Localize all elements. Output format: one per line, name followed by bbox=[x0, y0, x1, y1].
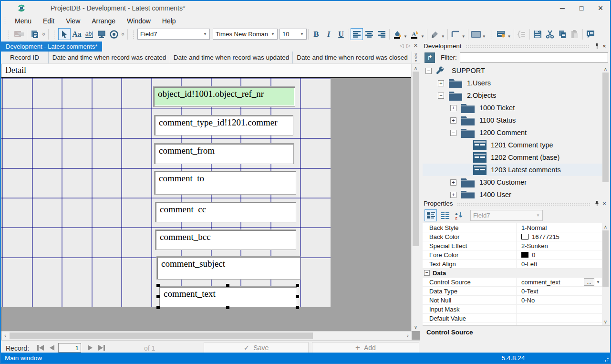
tree-item-1000-ticket[interactable]: +1000 Ticket bbox=[423, 102, 603, 114]
chevron-down-icon[interactable]: ▼ bbox=[421, 34, 425, 39]
property-value[interactable]: 1-Normal bbox=[516, 223, 603, 232]
expand-icon[interactable]: + bbox=[450, 179, 456, 186]
column-header-date-and-time-when-record-was-created[interactable]: Date and time when record was created bbox=[49, 52, 170, 63]
property-row-fore-color[interactable]: Fore Color0 bbox=[423, 250, 603, 260]
selection-handle[interactable] bbox=[296, 306, 299, 309]
toolbar-grip[interactable] bbox=[4, 17, 6, 25]
tree-item-1201-comment-type[interactable]: 1201 Comment type bbox=[423, 139, 603, 151]
scroll-up-icon[interactable]: ∧ bbox=[412, 65, 420, 71]
vertical-scrollbar[interactable]: ∧ ∨ bbox=[411, 64, 420, 331]
first-record-icon[interactable] bbox=[35, 343, 46, 353]
properties-scrollbar[interactable]: ∧ ∨ bbox=[602, 223, 609, 325]
design-field-comment-to[interactable]: comment_to bbox=[154, 171, 296, 195]
scroll-left-icon[interactable]: ‹ bbox=[2, 333, 8, 338]
more-options-icon[interactable]: » bbox=[41, 31, 48, 37]
minimize-icon[interactable]: ─ bbox=[553, 1, 572, 15]
design-field-comment-bcc[interactable]: comment_bcc bbox=[155, 229, 296, 250]
design-field-comment-subject[interactable]: comment_subject bbox=[156, 256, 300, 280]
column-header-record-id[interactable]: Record ID bbox=[1, 52, 49, 63]
design-field-object-id[interactable]: object_id!1001.object_ref_nr bbox=[153, 86, 295, 107]
scroll-down-icon[interactable]: ∨ bbox=[412, 324, 420, 330]
selection-handle[interactable] bbox=[296, 295, 299, 298]
italic-button[interactable]: I bbox=[322, 28, 335, 40]
property-row-back-color[interactable]: Back Color16777215 bbox=[423, 232, 603, 241]
dropdown-button[interactable]: ▼ bbox=[594, 278, 602, 286]
design-field-comment-cc[interactable]: comment_cc bbox=[155, 202, 296, 222]
design-field-comment-type-id[interactable]: comment_type_id!1201.commer bbox=[154, 115, 293, 135]
chevron-down-icon[interactable]: ▼ bbox=[462, 34, 466, 39]
shape-icon[interactable] bbox=[470, 28, 482, 40]
form-grid-surface[interactable]: object_id!1001.object_ref_nrcomment_type… bbox=[1, 78, 331, 307]
font-name-combo[interactable]: Times New Roman▼ bbox=[213, 29, 278, 40]
scroll-right-icon[interactable]: › bbox=[405, 333, 411, 338]
underline-button[interactable]: U bbox=[335, 28, 347, 40]
menu-item-menu[interactable]: Menu bbox=[9, 16, 37, 26]
property-value[interactable] bbox=[516, 305, 603, 313]
horizontal-scrollbar[interactable]: ‹ › bbox=[1, 331, 412, 340]
scroll-down-icon[interactable]: ∨ bbox=[602, 319, 609, 324]
copy-pages-icon[interactable] bbox=[29, 28, 41, 40]
horizontal-scroll-thumb[interactable] bbox=[10, 333, 313, 339]
tree-item-1400-user[interactable]: +1400 User bbox=[423, 188, 603, 198]
property-value[interactable] bbox=[516, 314, 603, 322]
selection-handle[interactable] bbox=[156, 284, 160, 287]
tree-item-1203-latest-comments[interactable]: 1203 Latest comments bbox=[423, 164, 603, 176]
record-number-input[interactable] bbox=[58, 343, 81, 353]
more-options-icon[interactable]: » bbox=[120, 31, 127, 37]
copy-icon[interactable] bbox=[556, 28, 569, 40]
jump-arrow-icon[interactable]: ↱ bbox=[425, 52, 435, 63]
property-value[interactable]: 0 bbox=[516, 250, 603, 259]
property-value[interactable]: 0-Text bbox=[516, 287, 603, 295]
close-icon[interactable]: × bbox=[601, 200, 608, 208]
tree-scroll-thumb[interactable] bbox=[602, 73, 609, 182]
property-row-control-source[interactable]: Control Sourcecomment_text...▼ bbox=[423, 278, 603, 287]
textbox-tool-icon[interactable]: ab| bbox=[83, 28, 95, 40]
maximize-icon[interactable]: □ bbox=[572, 1, 591, 15]
next-record-icon[interactable] bbox=[85, 343, 95, 353]
comment-icon[interactable] bbox=[584, 28, 597, 40]
toolbar-grip[interactable] bbox=[132, 30, 135, 39]
filter-input[interactable] bbox=[460, 52, 608, 62]
expand-icon[interactable]: + bbox=[450, 105, 456, 111]
tab-scroll-left-icon[interactable]: ◁ bbox=[400, 42, 404, 49]
property-value[interactable]: 0-No bbox=[516, 296, 603, 304]
categorized-view-icon[interactable] bbox=[425, 209, 437, 221]
collapse-icon[interactable]: − bbox=[424, 270, 430, 276]
previous-record-icon[interactable] bbox=[47, 343, 57, 353]
pin-icon[interactable] bbox=[593, 42, 601, 50]
cut-icon[interactable] bbox=[544, 28, 556, 40]
property-row-default-value[interactable]: Default Value bbox=[423, 314, 603, 323]
scroll-up-icon[interactable]: ∧ bbox=[602, 224, 609, 229]
menu-item-arrange[interactable]: Arrange bbox=[86, 16, 121, 26]
design-field-comment-text[interactable]: comment_text bbox=[159, 286, 297, 307]
tab-development-latest-comments[interactable]: Development - Latest comments* bbox=[1, 42, 102, 52]
image-icon[interactable] bbox=[13, 28, 25, 40]
selection-handle[interactable] bbox=[156, 295, 160, 298]
field-selector-combo[interactable]: Field7▼ bbox=[137, 29, 210, 40]
tree-item-2-objects[interactable]: −2.Objects bbox=[423, 89, 603, 102]
column-header-more-icon[interactable]: ∨∨▼ bbox=[412, 52, 420, 63]
tree-item-1202-comment-base[interactable]: 1202 Comment (base) bbox=[423, 151, 603, 164]
highlighter-icon[interactable] bbox=[429, 28, 441, 40]
tree-item-1200-comment[interactable]: −1200 Comment bbox=[423, 126, 603, 139]
collapse-icon[interactable]: − bbox=[438, 93, 444, 99]
collapse-icon[interactable]: − bbox=[425, 68, 432, 74]
align-right-icon[interactable] bbox=[375, 28, 388, 40]
property-row-data[interactable]: −Data bbox=[423, 269, 603, 278]
column-header-date-and-time-when-record-was-updated[interactable]: Date and time when record was updated bbox=[170, 52, 293, 63]
chevron-down-icon[interactable]: ▼ bbox=[507, 34, 511, 39]
detail-band-header[interactable]: Detail bbox=[1, 64, 412, 78]
column-header-date-and-time-when-record-was-closed[interactable]: Date and time when record was closed bbox=[293, 52, 412, 63]
vertical-scroll-thumb[interactable] bbox=[413, 72, 419, 246]
panel-tool-icon[interactable] bbox=[95, 28, 108, 40]
pin-icon[interactable] bbox=[593, 200, 601, 208]
property-row-not-null[interactable]: Not Null0-No bbox=[423, 296, 603, 305]
selection-handle[interactable] bbox=[226, 306, 229, 309]
tab-close-icon[interactable]: ✕ bbox=[414, 42, 418, 49]
save-icon[interactable] bbox=[531, 28, 544, 40]
font-color-icon[interactable]: A bbox=[408, 28, 421, 40]
chevron-down-icon[interactable]: ▼ bbox=[404, 34, 407, 39]
close-icon[interactable]: × bbox=[591, 1, 610, 15]
tree-item-1100-status[interactable]: +1100 Status bbox=[423, 114, 603, 126]
expand-icon[interactable]: + bbox=[438, 80, 444, 86]
